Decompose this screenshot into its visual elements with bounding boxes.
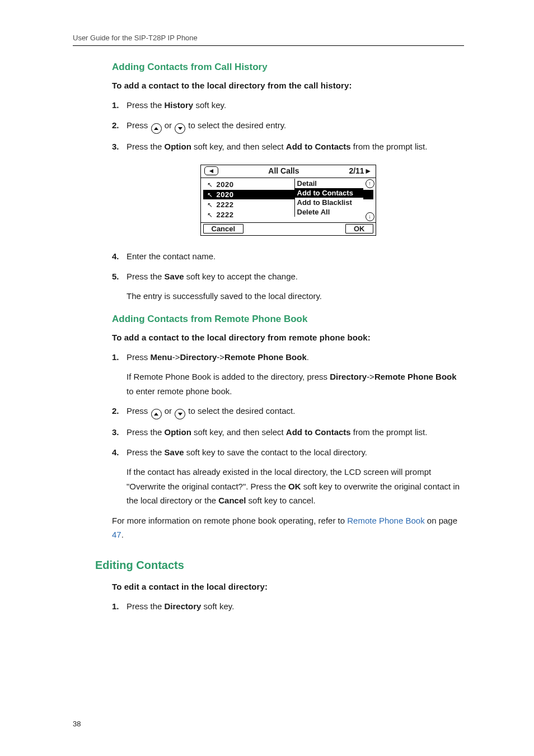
step-text: Press	[127, 120, 151, 130]
reference-paragraph: For more information on remote phone boo…	[112, 514, 464, 542]
step-note: If Remote Phone Book is added to the dir…	[127, 370, 464, 398]
lead-history: To add a contact to the local directory …	[112, 81, 464, 90]
lcd-number: 2020	[217, 180, 234, 189]
step-text: soft key to save the contact to the loca…	[184, 447, 367, 457]
step-text: from the prompt list.	[351, 142, 428, 151]
running-header: User Guide for the SIP-T28P IP Phone	[73, 34, 464, 46]
step-number: 1.	[112, 98, 119, 113]
remote-phone-book-link[interactable]: Remote Phone Book	[347, 516, 424, 525]
lcd-softkey-ok: OK	[345, 224, 373, 234]
step-text: Press the	[127, 601, 165, 611]
arrow: ->	[217, 352, 224, 362]
add-to-contacts-label: Add to Contacts	[286, 427, 351, 437]
lcd-page-indicator: 2/11►	[349, 166, 372, 175]
step-text: Press the	[127, 100, 165, 110]
outgoing-call-icon: ↖	[207, 201, 213, 209]
option-key: Option	[165, 142, 191, 151]
add-to-contacts-label: Add to Contacts	[286, 142, 351, 151]
lcd-left-arrow-icon: ◄	[204, 166, 219, 175]
page-ref-link[interactable]: 47	[112, 530, 121, 539]
step-text: from the prompt list.	[351, 427, 428, 437]
menu-key: Menu	[151, 352, 172, 362]
step-text: soft key.	[193, 100, 226, 110]
steps-history-cont: 4. Enter the contact name. 5. Press the …	[112, 249, 464, 304]
lcd-scroll-down-icon: ↓	[366, 212, 374, 221]
step-text: soft key.	[201, 601, 234, 611]
heading-editing-contacts: Editing Contacts	[95, 559, 464, 572]
step-number: 1.	[112, 599, 119, 614]
lcd-scroll-up-icon: ↑	[366, 179, 374, 188]
lcd-number: 2020	[217, 190, 234, 199]
step-number: 2.	[112, 404, 119, 418]
step-text: soft key, and then select	[191, 142, 286, 151]
outgoing-call-icon: ↖	[207, 211, 213, 219]
directory-key: Directory	[165, 601, 202, 611]
lcd-menu-add-contacts: Add to Contacts	[295, 188, 363, 198]
step-note: The entry is successfully saved to the l…	[127, 289, 464, 304]
lcd-softkey-cancel: Cancel	[203, 224, 244, 234]
steps-history: 1. Press the History soft key. 2. Press …	[112, 98, 464, 153]
outgoing-call-icon: ↖	[207, 181, 213, 189]
step-text: Press the	[127, 447, 165, 457]
step-number: 2.	[112, 118, 119, 133]
remote-phone-book-key: Remote Phone Book	[224, 352, 307, 362]
step-text: Press the	[127, 142, 165, 151]
step-number: 3.	[112, 425, 119, 440]
step-text: Press	[127, 406, 151, 416]
lcd-number: 2222	[217, 211, 234, 219]
step-number: 4.	[112, 445, 119, 460]
up-arrow-key-icon	[151, 123, 162, 134]
steps-edit: 1. Press the Directory soft key.	[112, 599, 464, 614]
lcd-number: 2222	[217, 200, 234, 209]
down-arrow-key-icon	[175, 409, 185, 419]
step-text: to select the desired contact.	[186, 406, 295, 416]
arrow: ->	[172, 352, 180, 362]
page-number: 38	[73, 720, 81, 728]
step-number: 5.	[112, 269, 119, 284]
lcd-menu-detail: Detail	[295, 179, 363, 188]
down-arrow-key-icon	[175, 123, 185, 134]
lead-remote: To add a contact to the local directory …	[112, 333, 464, 342]
step-text: Press	[127, 352, 151, 362]
lcd-screenshot: ◄ All Calls 2/11► ↖ 2020 ↖ 2020 ↖ 2	[200, 165, 376, 236]
step-text: soft key to accept the change.	[184, 272, 298, 281]
lead-edit: To edit a contact in the local directory…	[112, 582, 464, 591]
step-text: Press the	[127, 272, 165, 281]
save-key: Save	[165, 447, 184, 457]
heading-add-from-history: Adding Contacts from Call History	[112, 62, 464, 73]
save-key: Save	[165, 272, 184, 281]
up-arrow-key-icon	[151, 409, 162, 419]
step-text: Press the	[127, 427, 165, 437]
lcd-menu-delete-all: Delete All	[295, 207, 363, 217]
step-text: or	[162, 120, 175, 130]
step-number: 4.	[112, 249, 119, 264]
step-note: If the contact has already existed in th…	[127, 465, 464, 508]
step-text: Enter the contact name.	[127, 251, 216, 261]
directory-key: Directory	[180, 352, 217, 362]
step-text: to select the desired entry.	[186, 120, 286, 130]
lcd-option-menu: Detail Add to Contacts Add to Blacklist …	[294, 179, 363, 217]
option-key: Option	[165, 427, 191, 437]
outgoing-call-icon: ↖	[207, 191, 213, 199]
heading-add-from-remote: Adding Contacts from Remote Phone Book	[112, 314, 464, 325]
step-number: 1.	[112, 350, 119, 365]
step-text: or	[162, 406, 175, 416]
step-number: 3.	[112, 139, 119, 154]
steps-remote: 1. Press Menu->Directory->Remote Phone B…	[112, 350, 464, 508]
period: .	[307, 352, 309, 362]
history-key: History	[165, 100, 194, 110]
step-text: soft key, and then select	[191, 427, 286, 437]
lcd-menu-add-blacklist: Add to Blacklist	[295, 198, 363, 207]
lcd-title: All Calls	[268, 166, 299, 175]
